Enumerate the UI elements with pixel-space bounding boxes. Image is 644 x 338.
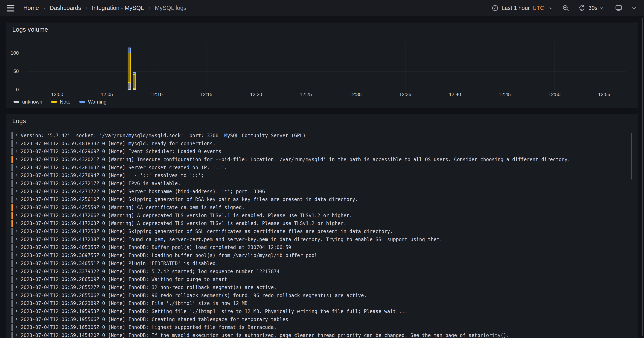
- clock-icon: [492, 5, 499, 12]
- log-expand-chevron-icon[interactable]: ›: [15, 204, 18, 211]
- log-row[interactable]: ›2023-07-04T12:06:59.340551Z 0 [Note] Pl…: [6, 259, 638, 267]
- legend-item-unknown[interactable]: unknown: [14, 99, 42, 105]
- log-row[interactable]: ›2023-07-04T12:06:59.481833Z 0 [Note] my…: [6, 140, 638, 148]
- log-row[interactable]: ›2023-07-04T12:06:59.405355Z 0 [Note] In…: [6, 243, 638, 252]
- x-tick-label-12-55: 12:55: [598, 92, 610, 97]
- log-row[interactable]: ›Version: '5.7.42' socket: '/var/run/mys…: [6, 132, 638, 140]
- log-line-text: 2023-07-04T12:06:59.285527Z 0 [Note] Inn…: [21, 285, 277, 290]
- log-row[interactable]: ›2023-07-04T12:06:59.462969Z 0 [Note] Ev…: [6, 147, 638, 156]
- log-expand-chevron-icon[interactable]: ›: [15, 196, 18, 203]
- log-row[interactable]: ›2023-07-04T12:06:59.427894Z 0 [Note] - …: [6, 171, 638, 179]
- log-expand-chevron-icon[interactable]: ›: [15, 300, 18, 306]
- log-expand-chevron-icon[interactable]: ›: [15, 308, 18, 314]
- log-row[interactable]: ›2023-07-04T12:06:59.337932Z 0 [Note] In…: [6, 267, 638, 275]
- log-expand-chevron-icon[interactable]: ›: [15, 268, 18, 274]
- log-expand-chevron-icon[interactable]: ›: [15, 172, 18, 179]
- log-expand-chevron-icon[interactable]: ›: [15, 132, 18, 139]
- log-row[interactable]: ›2023-07-04T12:06:59.432021Z 0 [Warning]…: [6, 156, 638, 164]
- breadcrumb-item-dashboards[interactable]: Dashboards: [50, 5, 81, 11]
- log-expand-chevron-icon[interactable]: ›: [15, 324, 18, 330]
- log-row[interactable]: ›2023-07-04T12:06:59.369755Z 0 [Note] In…: [6, 251, 638, 259]
- log-expand-chevron-icon[interactable]: ›: [15, 140, 18, 147]
- log-expand-chevron-icon[interactable]: ›: [15, 244, 18, 251]
- logs-panel-scrollbar[interactable]: [631, 133, 632, 179]
- log-level-indicator-note: [12, 188, 13, 195]
- log-row[interactable]: ›2023-07-04T12:06:59.285527Z 0 [Note] In…: [6, 283, 638, 291]
- log-expand-chevron-icon[interactable]: ›: [15, 252, 18, 259]
- time-range-label: Last 1 hour: [502, 5, 530, 11]
- log-line-text: 2023-07-04T12:06:59.340551Z 0 [Note] Plu…: [21, 261, 218, 266]
- log-row[interactable]: ›2023-07-04T12:06:59.285506Z 0 [Note] In…: [6, 291, 638, 299]
- log-expand-chevron-icon[interactable]: ›: [15, 316, 18, 322]
- legend-label-unknown: unknown: [22, 99, 42, 105]
- log-row[interactable]: ›2023-07-04T12:06:59.145420Z 0 [Note] In…: [6, 331, 638, 338]
- log-row[interactable]: ›2023-07-04T12:06:59.427217Z 0 [Note] IP…: [6, 179, 638, 188]
- log-expand-chevron-icon[interactable]: ›: [15, 292, 18, 298]
- header-controls: Last 1 hour UTC 30s: [492, 4, 637, 12]
- breadcrumb-item-home[interactable]: Home: [23, 5, 39, 11]
- log-expand-chevron-icon[interactable]: ›: [15, 284, 18, 290]
- log-expand-chevron-icon[interactable]: ›: [15, 156, 18, 163]
- x-tick-label-12-00: 12:00: [51, 92, 63, 97]
- log-expand-chevron-icon[interactable]: ›: [15, 212, 18, 219]
- log-row[interactable]: ›2023-07-04T12:06:59.425559Z 0 [Warning]…: [6, 203, 638, 211]
- log-expand-chevron-icon[interactable]: ›: [15, 332, 18, 338]
- collapse-header-button[interactable]: [631, 5, 637, 11]
- log-row[interactable]: ›2023-07-04T12:06:59.195566Z 0 [Note] In…: [6, 315, 638, 323]
- time-range-picker[interactable]: Last 1 hour UTC: [492, 5, 554, 12]
- log-level-indicator-note: [12, 172, 13, 179]
- gridline-x-12-35: [405, 42, 406, 90]
- log-row[interactable]: ›2023-07-04T12:06:59.427172Z 0 [Note] Se…: [6, 188, 638, 196]
- gridline-x-12-50: [554, 42, 555, 90]
- log-expand-chevron-icon[interactable]: ›: [15, 236, 18, 242]
- log-expand-chevron-icon[interactable]: ›: [15, 276, 18, 283]
- refresh-button[interactable]: [578, 4, 586, 12]
- menu-icon[interactable]: [7, 5, 14, 12]
- log-row[interactable]: ›2023-07-04T12:06:59.425610Z 0 [Note] Sk…: [6, 196, 638, 204]
- log-expand-chevron-icon[interactable]: ›: [15, 180, 18, 187]
- panel-title-logs[interactable]: Logs: [12, 117, 26, 125]
- header-divider: [609, 4, 610, 12]
- legend-item-warning[interactable]: Warning: [79, 99, 106, 105]
- log-row[interactable]: ›2023-07-04T12:06:59.417266Z 0 [Warning]…: [6, 211, 638, 220]
- log-row[interactable]: ›2023-07-04T12:06:59.286509Z 0 [Note] In…: [6, 275, 638, 283]
- log-line-text: 2023-07-04T12:06:59.481833Z 0 [Note] mys…: [21, 141, 216, 146]
- log-level-indicator-note: [12, 300, 13, 307]
- log-expand-chevron-icon[interactable]: ›: [15, 260, 18, 266]
- x-tick-label-12-05: 12:05: [101, 92, 113, 97]
- refresh-icon: [578, 4, 586, 12]
- log-level-indicator-warning: [12, 156, 13, 163]
- log-expand-chevron-icon[interactable]: ›: [15, 148, 18, 155]
- breadcrumb-item-integration-mysql[interactable]: Integration - MySQL: [92, 5, 144, 11]
- log-row[interactable]: ›2023-07-04T12:06:59.417263Z 0 [Warning]…: [6, 220, 638, 228]
- y-tick-label-100: 100: [6, 50, 19, 56]
- log-level-indicator-note: [12, 164, 13, 171]
- page-scrollbar[interactable]: [642, 18, 643, 336]
- log-row[interactable]: ›2023-07-04T12:06:59.165305Z 0 [Note] In…: [6, 323, 638, 331]
- log-level-indicator-warning: [12, 212, 13, 219]
- gridline-y-100: [26, 53, 626, 53]
- log-row[interactable]: ›2023-07-04T12:06:59.417238Z 0 [Note] Fo…: [6, 235, 638, 243]
- log-expand-chevron-icon[interactable]: ›: [15, 188, 18, 195]
- log-row[interactable]: ›2023-07-04T12:06:59.417258Z 0 [Note] Sk…: [6, 227, 638, 235]
- zoom-out-button[interactable]: [562, 4, 570, 12]
- x-tick-label-12-25: 12:25: [300, 92, 312, 97]
- kiosk-mode-button[interactable]: [614, 4, 623, 12]
- gridline-x-12-30: [356, 42, 356, 90]
- log-line-text: 2023-07-04T12:06:59.405355Z 0 [Note] Inn…: [21, 244, 291, 250]
- log-line-text: 2023-07-04T12:06:59.462969Z 0 [Note] Eve…: [21, 149, 222, 154]
- log-expand-chevron-icon[interactable]: ›: [15, 164, 18, 171]
- log-row[interactable]: ›2023-07-04T12:06:59.195953Z 0 [Note] In…: [6, 307, 638, 315]
- log-level-indicator-note: [12, 284, 13, 291]
- log-row[interactable]: ›2023-07-04T12:06:59.282389Z 0 [Note] In…: [6, 299, 638, 307]
- top-nav-bar: Home›Dashboards›Integration - MySQL›MySQ…: [0, 0, 644, 16]
- legend-item-note[interactable]: Note: [51, 99, 70, 105]
- log-line-text: 2023-07-04T12:06:59.337932Z 0 [Note] Inn…: [21, 269, 280, 274]
- log-row[interactable]: ›2023-07-04T12:06:59.428163Z 0 [Note] Se…: [6, 164, 638, 172]
- log-expand-chevron-icon[interactable]: ›: [15, 228, 18, 235]
- refresh-interval-dropdown[interactable]: 30s: [586, 5, 604, 11]
- gridline-x-12-15: [206, 42, 206, 90]
- log-line-text: 2023-07-04T12:06:59.432021Z 0 [Warning] …: [21, 157, 570, 162]
- log-expand-chevron-icon[interactable]: ›: [15, 220, 18, 227]
- bar-segment-unknown-12-07-00: [128, 83, 131, 90]
